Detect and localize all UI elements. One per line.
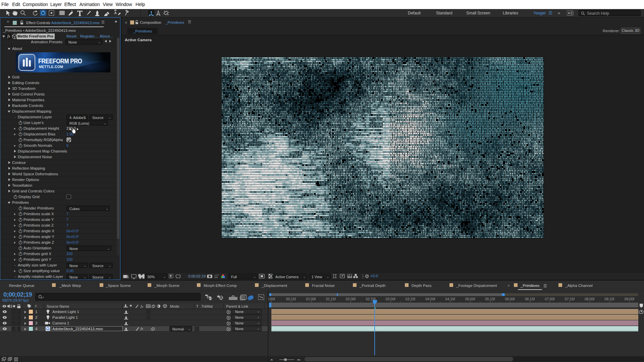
svg-text:Source Name: Source Name	[47, 304, 69, 308]
svg-text:fx: fx	[141, 304, 143, 308]
svg-text:Mode: Mode	[170, 304, 179, 308]
svg-text:.: .	[182, 305, 183, 308]
svg-text:Parent & Link: Parent & Link	[226, 304, 249, 308]
svg-text:.: .	[40, 304, 41, 308]
svg-text:T: T	[196, 304, 199, 308]
svg-text:.TrkMat: .TrkMat	[200, 304, 213, 308]
svg-text:#: #	[35, 304, 37, 308]
